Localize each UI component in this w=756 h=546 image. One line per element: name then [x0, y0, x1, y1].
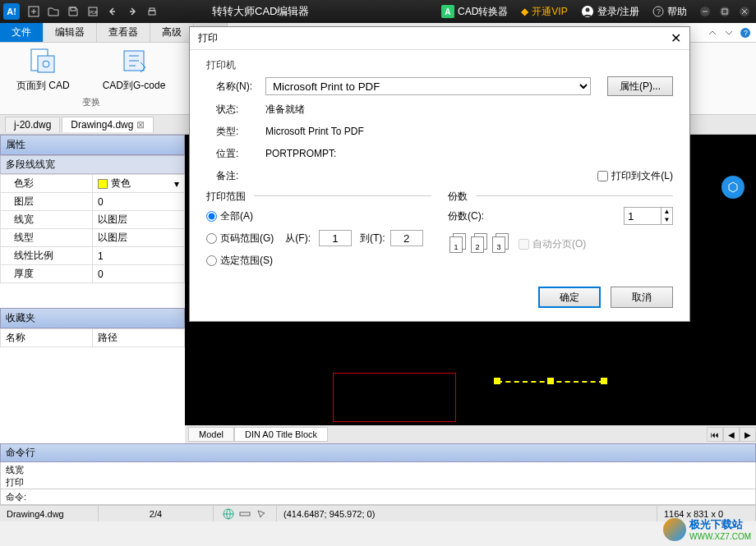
- save-button[interactable]: [64, 2, 82, 21]
- properties-panel-subtitle: 多段线线宽: [0, 155, 185, 174]
- copies-label: 份数(C):: [448, 209, 484, 223]
- close-tab-icon[interactable]: ⊠: [136, 119, 145, 131]
- from-input[interactable]: [319, 230, 352, 246]
- page-to-cad-button[interactable]: 页面到 CAD: [16, 46, 70, 93]
- left-panel: 属性 多段线线宽 色彩黄色▾ 图层0 线宽以图层 线型以图层 线性比例1 厚度0…: [0, 135, 185, 443]
- printer-properties-button[interactable]: 属性(P)...: [607, 76, 673, 96]
- new-button[interactable]: [25, 2, 43, 21]
- model-tab[interactable]: Model: [188, 427, 234, 442]
- range-selection-radio[interactable]: 选定范围(S): [206, 254, 273, 268]
- spin-up-icon[interactable]: ▲: [661, 208, 672, 216]
- doc-tab-2[interactable]: Drawing4.dwg⊠: [62, 117, 154, 132]
- color-swatch: [98, 179, 108, 189]
- collate-icon: 11 22 33: [448, 233, 510, 255]
- converter-button[interactable]: ACAD转换器: [435, 5, 514, 19]
- chevron-down-icon: ▾: [174, 178, 179, 190]
- status-page: 2/4: [99, 506, 214, 521]
- dialog-title: 打印: [198, 31, 218, 45]
- to-input[interactable]: [390, 230, 423, 246]
- open-button[interactable]: [44, 2, 62, 21]
- status-file: Drawing4.dwg: [0, 506, 99, 521]
- svg-point-11: [720, 7, 730, 16]
- prop-ltscale-value[interactable]: 1: [93, 247, 185, 265]
- ok-button[interactable]: 确定: [538, 287, 601, 308]
- command-input-row: 命令:: [0, 489, 756, 505]
- prop-lineweight-value[interactable]: 以图层: [93, 211, 185, 229]
- cancel-button[interactable]: 取消: [611, 287, 673, 308]
- status-icons: [214, 506, 277, 521]
- dialog-close-button[interactable]: ✕: [671, 30, 681, 46]
- tab-nav-prev[interactable]: ◀: [723, 427, 740, 442]
- tab-nav-next[interactable]: ▶: [740, 427, 756, 442]
- prop-color-label: 色彩: [1, 175, 93, 193]
- title-bar: A! PDF 转转大师CAD编辑器 ACAD转换器 ◆开通VIP 登录/注册 ?…: [0, 0, 756, 23]
- commandline-title: 命令行: [0, 443, 756, 462]
- minimize-button[interactable]: [697, 3, 713, 20]
- watermark: 极光下载站 WWW.XZ7.COM: [663, 517, 751, 541]
- prop-linetype-label: 线型: [1, 229, 93, 247]
- tab-file[interactable]: 文件: [0, 23, 44, 42]
- cursor-icon[interactable]: [256, 508, 267, 520]
- watermark-logo: [663, 518, 686, 541]
- chevron-up-icon[interactable]: [707, 27, 718, 39]
- prop-layer-label: 图层: [1, 193, 93, 211]
- print-to-file-checkbox[interactable]: 打印到文件(L): [597, 169, 673, 183]
- command-prompt: 命令:: [6, 491, 26, 503]
- range-all-radio[interactable]: 全部(A): [206, 209, 253, 223]
- prop-ltscale-label: 线性比例: [1, 247, 93, 265]
- svg-text:?: ?: [744, 29, 748, 37]
- titleblock-tab[interactable]: DIN A0 Title Block: [234, 427, 328, 442]
- help-context-icon[interactable]: ?: [740, 27, 751, 39]
- range-pages-radio[interactable]: 页码范围(G): [206, 232, 274, 245]
- to-label: 到(T):: [360, 232, 385, 245]
- view-cube-icon[interactable]: [721, 176, 744, 199]
- printer-status-value: 准备就绪: [265, 103, 305, 117]
- svg-rect-17: [38, 56, 54, 72]
- app-title: 转转大师CAD编辑器: [212, 4, 309, 19]
- print-button[interactable]: [143, 2, 161, 21]
- printer-where-label: 位置:: [216, 147, 265, 161]
- printer-group-label: 打印机: [206, 58, 673, 72]
- printer-where-value: PORTPROMPT:: [265, 148, 336, 159]
- from-label: 从(F):: [285, 232, 311, 245]
- pdf-button[interactable]: PDF: [84, 2, 102, 21]
- prop-layer-value[interactable]: 0: [93, 193, 185, 211]
- page-to-cad-icon: [28, 46, 58, 76]
- undo-button[interactable]: [104, 2, 122, 21]
- svg-rect-1: [71, 7, 76, 11]
- command-input[interactable]: [33, 491, 750, 503]
- command-output: 线宽 打印: [0, 462, 756, 489]
- globe-icon[interactable]: [223, 508, 234, 520]
- login-button[interactable]: 登录/注册: [574, 5, 646, 19]
- svg-text:?: ?: [657, 7, 661, 16]
- tab-viewer[interactable]: 查看器: [97, 23, 150, 42]
- copies-spinner[interactable]: ▲▼: [624, 207, 673, 225]
- prop-color-value[interactable]: 黄色▾: [93, 175, 185, 193]
- properties-table: 色彩黄色▾ 图层0 线宽以图层 线型以图层 线性比例1 厚度0: [0, 174, 185, 283]
- chevron-down-icon[interactable]: [723, 27, 735, 39]
- ruler-icon[interactable]: [239, 508, 251, 520]
- cad-to-gcode-button[interactable]: CAD到G-code: [103, 46, 166, 93]
- svg-text:PDF: PDF: [90, 10, 98, 15]
- status-bar: Drawing4.dwg 2/4 (414.6487; 945.972; 0) …: [0, 505, 756, 521]
- prop-linetype-value[interactable]: 以图层: [93, 229, 185, 247]
- maximize-button[interactable]: [717, 3, 733, 20]
- close-button[interactable]: [736, 3, 753, 20]
- prop-lineweight-label: 线宽: [1, 211, 93, 229]
- printer-name-select[interactable]: Microsoft Print to PDF: [265, 77, 591, 95]
- print-dialog: 打印 ✕ 打印机 名称(N): Microsoft Print to PDF 属…: [189, 26, 690, 322]
- collate-checkbox[interactable]: 自动分页(O): [519, 237, 586, 251]
- vip-button[interactable]: ◆开通VIP: [514, 5, 574, 19]
- help-button[interactable]: ?帮助: [646, 5, 694, 19]
- user-icon: [581, 5, 594, 18]
- tab-nav-first[interactable]: ⏮: [707, 427, 723, 442]
- spin-down-icon[interactable]: ▼: [661, 216, 672, 224]
- redo-button[interactable]: [123, 2, 141, 21]
- tab-editor[interactable]: 编辑器: [44, 23, 97, 42]
- prop-thickness-value[interactable]: 0: [93, 265, 185, 283]
- doc-tab-1[interactable]: j-20.dwg: [5, 117, 60, 132]
- cad-to-gcode-icon: [119, 46, 149, 76]
- svg-rect-21: [240, 512, 250, 516]
- favorites-panel-title: 收藏夹: [0, 308, 185, 328]
- tab-advanced[interactable]: 高级: [150, 23, 194, 42]
